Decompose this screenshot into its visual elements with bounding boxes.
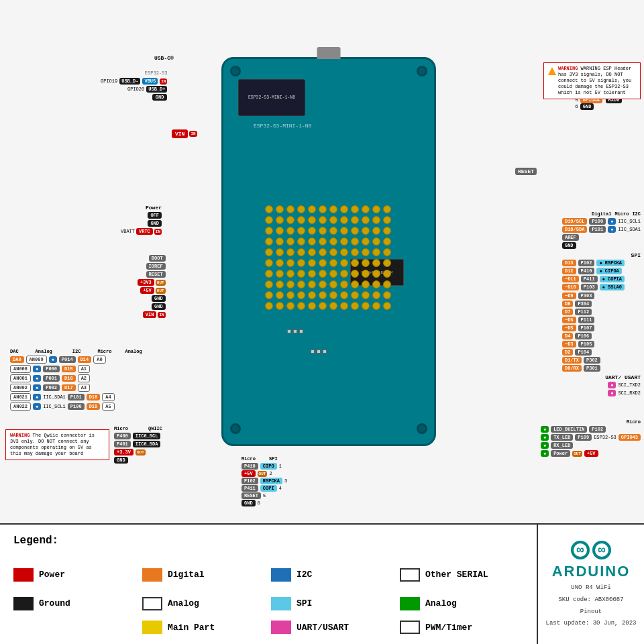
copia: ● COPIA	[600, 276, 625, 282]
an021: AN021	[10, 393, 31, 401]
ground-legend-label: Ground	[39, 598, 70, 608]
usb-c-label: USB-C®	[154, 55, 174, 61]
vin-area: VIN IN	[172, 129, 197, 138]
i2c-sda-dot: ●	[33, 394, 41, 400]
p104: P104	[575, 349, 592, 356]
analog-header-left: Analog	[36, 349, 52, 354]
p410-d12: P410	[578, 268, 595, 274]
d13-row: D13 P102 ● RSPCKA	[562, 260, 641, 266]
3v3-out: +3V3	[138, 279, 154, 286]
out-badge-q: OUT	[136, 449, 146, 455]
gnd-bspi: GND	[241, 500, 256, 506]
gnd1: GND	[152, 295, 166, 302]
p105: P105	[578, 341, 595, 347]
pads-grid	[265, 205, 392, 311]
arduino-updated: Last update: 30 Jun, 2023	[545, 619, 636, 628]
d3-row: ~D3 P105	[562, 341, 641, 347]
5v-out-badge: OUT	[156, 288, 166, 294]
arduino-branding: ∞ ∞ ARDUINO UNO R4 WiFi SKU code: ABX000…	[537, 525, 644, 644]
mounting-hole-tr	[417, 66, 427, 76]
gnd2: GND	[152, 303, 166, 310]
rx-led-label: RX_LED	[551, 442, 573, 449]
p410-bspi: P410	[241, 463, 258, 470]
digital-legend-label: Digital	[168, 570, 205, 580]
sci-rxd2: SCI_RXD2	[618, 390, 641, 396]
an001: AN001	[10, 374, 31, 382]
misc-pins-left: BOOT IOREF RESET +3V3 OUT +5V OUT GND GN…	[138, 255, 166, 318]
iic-scl1-r: IIC_SCL1	[618, 219, 641, 224]
sci-txd2-dot: ●	[608, 382, 616, 388]
qwiic-warning: WARNING The Qwiic connector is 3V3 only.…	[5, 429, 109, 460]
cifoa: ● CIFOA	[596, 268, 621, 274]
bspi-3: P102 RSPCKA 3	[241, 478, 287, 484]
vbus-in-badge: IN	[160, 78, 167, 85]
gnd-row-r: GND	[562, 242, 641, 249]
legend-content: Legend: Power Digital I2C Other SERIAL G…	[0, 525, 537, 644]
legend-title: Legend:	[13, 535, 523, 555]
ground-color-box	[13, 597, 34, 610]
reset-badge: RESET	[515, 168, 537, 175]
d14: D14	[78, 356, 92, 363]
power-led-row: ● Power OUT +5V	[541, 450, 641, 457]
arduino-logo: ∞ ∞	[571, 541, 611, 559]
mounting-hole-tl	[230, 66, 241, 76]
i2c-dot-a1: ●	[33, 366, 41, 372]
i2c-dot-d19: ●	[608, 218, 616, 225]
d7: D7	[562, 309, 573, 315]
vrtc-in: IN	[154, 229, 162, 235]
uart-color-box	[271, 621, 291, 634]
d18: D18	[87, 394, 101, 400]
digital-color-box	[142, 568, 162, 582]
arduino-type: Pinout	[580, 608, 602, 616]
p103-d10: P103	[581, 284, 598, 290]
rx-led-dot: ●	[541, 442, 549, 449]
micro-header-q: Micro	[114, 426, 128, 431]
i2c-dot-d18: ●	[608, 226, 616, 233]
legend-main-part: Main Part	[142, 621, 266, 634]
legend-analog-white: Analog	[142, 592, 266, 615]
power-color-box	[13, 568, 34, 582]
d7-row: D7 P112	[562, 309, 641, 315]
vbatt-micro: VBATT	[121, 229, 135, 234]
d18-sda: D18/SDA	[562, 226, 587, 233]
aref-row: AREF	[562, 234, 641, 241]
qwiic-section: Micro QWIIC P400 IIC0_SCL P401 IIC0_SDA …	[114, 426, 162, 464]
rx-led-row: ● RX_LED	[541, 442, 641, 449]
an022: AN022	[10, 402, 31, 411]
vrtc-pin: VRTC	[136, 228, 153, 235]
p102-bspi: P102	[241, 478, 258, 484]
d4: D4	[562, 333, 573, 339]
boot-pin: BOOT	[149, 255, 166, 262]
led-builtin-label: LED_BUILTIN	[551, 426, 587, 433]
bspi-2: +5V OUT 2	[241, 470, 287, 477]
sci-rxd2-row: ● SCI_RXD2	[562, 390, 641, 396]
3v3-out-badge: OUT	[156, 280, 166, 286]
vin-in: IN	[189, 131, 197, 137]
i2c-legend-label: I2C	[297, 570, 312, 580]
ioref-pin: IOREF	[146, 263, 166, 270]
esp32-s3-label-usb: ESP32-S3	[145, 70, 168, 76]
p002: P002	[43, 384, 60, 391]
vin-in-left: IN	[158, 312, 165, 318]
micro-header-left: Micro	[97, 349, 111, 354]
p014: P014	[59, 356, 76, 363]
d17: D17	[62, 384, 76, 391]
d9: ~D9	[562, 292, 576, 299]
iic0-sda: IIC0_SDA	[133, 441, 161, 447]
bspi-num4: 4	[279, 486, 282, 491]
d10-row: ~D10 P103 ● SSLA0	[562, 284, 641, 290]
power-section: Power OFF GND VBATT VRTC IN	[121, 205, 162, 235]
esp-warning-text: WARNING	[558, 66, 578, 71]
led-section: Micro ● LED_BUILTIN P102 ● TX_LED P109 E…	[541, 419, 641, 457]
iic-sda1-label-l: IIC_SDA1	[43, 394, 66, 400]
bspi-5: RESET 5	[241, 492, 287, 499]
legend-analog-green: Analog	[400, 592, 523, 615]
i2c-dot-a2: ●	[33, 375, 41, 382]
pwm-legend-label: PWM/Timer	[425, 623, 472, 633]
legend-pwm: PWM/Timer	[400, 621, 523, 634]
p102-led: P102	[589, 426, 606, 433]
spi-label-r: SPI	[562, 252, 641, 258]
p106: P106	[575, 333, 592, 339]
micro-header-bspi: Micro	[241, 456, 256, 462]
pin-row-a4: AN021 ● IIC_SDA1 P101 D18 A4	[10, 393, 142, 401]
